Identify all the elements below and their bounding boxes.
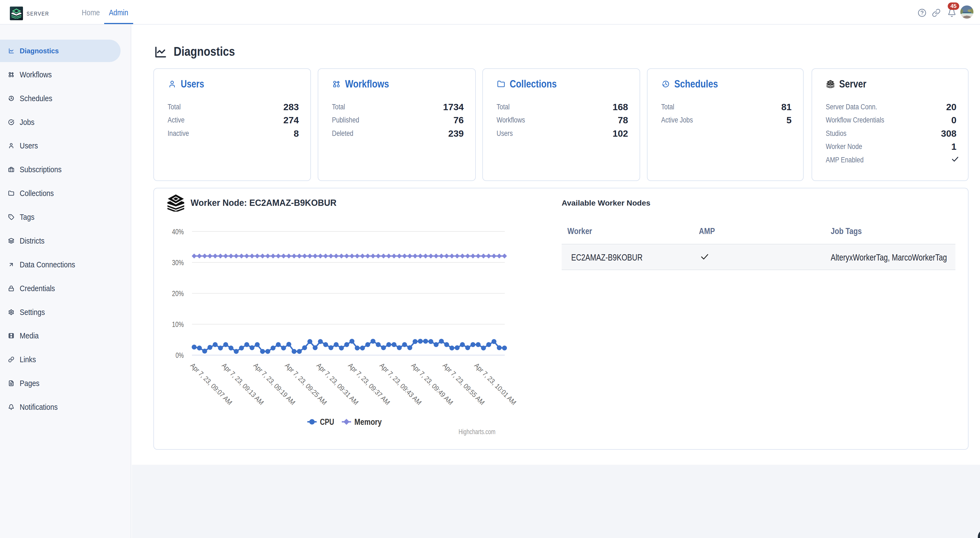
svg-text:10%: 10% bbox=[172, 320, 184, 329]
svg-text:CPU: CPU bbox=[320, 417, 334, 427]
svg-text:30%: 30% bbox=[172, 258, 184, 267]
svg-text:20%: 20% bbox=[172, 289, 184, 298]
svg-text:Highcharts.com: Highcharts.com bbox=[458, 428, 495, 436]
svg-text:40%: 40% bbox=[172, 228, 184, 236]
svg-text:0%: 0% bbox=[175, 351, 184, 360]
svg-text:Memory: Memory bbox=[355, 417, 382, 427]
